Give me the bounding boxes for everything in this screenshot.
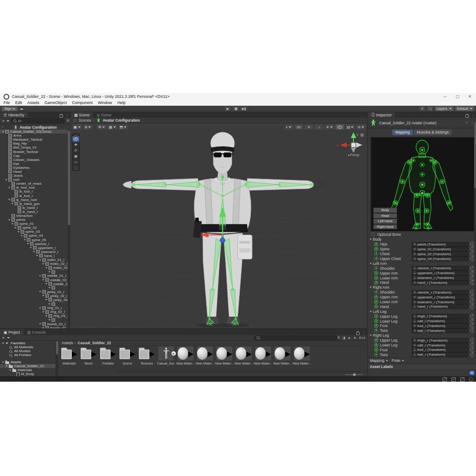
tab-muscles-settings[interactable]: Muscles & Settings xyxy=(414,130,452,135)
layers-dropdown[interactable]: Layers xyxy=(435,106,454,111)
foldout-arrow-icon[interactable] xyxy=(24,239,26,240)
favorites-filter-icon[interactable]: ★ xyxy=(353,336,357,340)
foldout-arrow-icon[interactable] xyxy=(2,342,4,344)
project-tree-row[interactable]: Materials xyxy=(0,368,56,372)
preview-play-icon[interactable]: ▶ xyxy=(72,350,77,358)
create-asset-button[interactable]: ＋ xyxy=(1,335,5,341)
effects-toggle-button[interactable]: ✦ xyxy=(325,124,334,130)
project-tree-row[interactable]: M_Body xyxy=(0,372,56,376)
more-menu-icon[interactable]: ⋮ xyxy=(471,114,475,118)
breadcrumb-scenes[interactable]: Scenes xyxy=(78,118,91,123)
project-tree-row[interactable]: All Models xyxy=(0,349,56,353)
foldout-arrow-icon[interactable] xyxy=(45,283,48,285)
hierarchy-row[interactable]: thumb_01_l xyxy=(0,322,67,326)
menu-item[interactable]: Assets xyxy=(27,100,39,105)
close-button[interactable]: ✕ xyxy=(464,93,476,100)
asset-tile[interactable]: ▶ Prefabs xyxy=(99,346,117,365)
foldout-arrow-icon[interactable] xyxy=(2,361,4,363)
bone-object-field[interactable]: thigh_r (Transform) xyxy=(412,338,469,343)
bone-section-header[interactable]: Right Leg xyxy=(368,333,476,338)
hierarchy-row[interactable]: ik_foot_root xyxy=(0,186,67,190)
tool-handle-rotation-button[interactable]: ⊕ xyxy=(83,124,93,130)
foldout-arrow-icon[interactable] xyxy=(9,369,11,371)
project-tree-row[interactable]: All Materials xyxy=(0,345,56,349)
foldout-arrow-icon[interactable] xyxy=(39,291,41,293)
body-part-button[interactable]: Head xyxy=(373,213,397,219)
console-info-muted-icon[interactable] xyxy=(443,377,447,382)
bone-object-field[interactable]: thigh_l (Transform) xyxy=(412,314,469,319)
perspective-label[interactable]: Persp xyxy=(348,153,359,157)
foldout-arrow-icon[interactable] xyxy=(42,263,45,264)
hierarchy-row[interactable]: ring_02_l xyxy=(0,310,67,314)
asset-labels-header[interactable]: Asset Labels xyxy=(368,364,476,369)
foldout-arrow-icon[interactable] xyxy=(27,243,29,245)
foldout-arrow-icon[interactable] xyxy=(18,231,20,232)
foldout-arrow-icon[interactable] xyxy=(33,251,35,253)
play-button[interactable]: ▶ xyxy=(224,106,231,111)
foldout-arrow-icon[interactable] xyxy=(48,271,51,272)
hierarchy-row[interactable]: ik_hand_l xyxy=(0,206,67,210)
pose-menu-button[interactable]: Pose xyxy=(392,358,404,363)
asset-tile[interactable]: ▶ New Mater... xyxy=(176,346,195,365)
hierarchy-row[interactable]: Braslet_Tactical xyxy=(0,149,67,153)
hierarchy-row[interactable] xyxy=(0,286,67,290)
scale-tool-button[interactable]: ▣ xyxy=(72,153,79,159)
hierarchy-row[interactable]: ik_foot_l xyxy=(0,190,67,193)
foldout-arrow-icon[interactable] xyxy=(36,255,38,257)
open-in-new-window-icon[interactable]: ⧉ xyxy=(337,335,339,340)
grid-snapping-button[interactable]: ✚ xyxy=(97,124,106,130)
hierarchy-row[interactable]: index_01_l xyxy=(0,258,67,262)
shading-mode-button[interactable]: ◐ xyxy=(284,124,293,130)
camera-settings-button[interactable]: ▤ xyxy=(346,124,355,130)
minimize-button[interactable]: ─ xyxy=(439,93,451,100)
bone-object-field[interactable]: foot_r (Transform) xyxy=(412,347,469,352)
foldout-arrow-icon[interactable] xyxy=(5,179,7,180)
menu-item[interactable]: Edit xyxy=(15,100,22,105)
asset-tile[interactable]: ▶ New Mater... xyxy=(215,346,234,365)
menu-item[interactable]: Component xyxy=(72,100,93,105)
foldout-arrow-icon[interactable] xyxy=(45,315,48,316)
preview-play-icon[interactable]: ▶ xyxy=(266,350,271,358)
asset-tile[interactable]: ▶ Scene xyxy=(118,346,137,365)
foldout-arrow-icon[interactable] xyxy=(39,307,41,309)
preview-play-icon[interactable]: ▶ xyxy=(305,350,310,358)
hierarchy-row[interactable]: clavicle_l xyxy=(0,242,67,246)
add-object-button[interactable]: ＋ xyxy=(1,118,5,124)
asset-tile[interactable]: ▶ New Mater... xyxy=(254,346,272,365)
view-tool-button[interactable] xyxy=(72,136,79,142)
asset-tile[interactable]: ▶ New Mater... xyxy=(196,346,214,365)
bone-object-field[interactable]: calf_r (Transform) xyxy=(412,343,469,348)
hierarchy-row[interactable]: ik_hand_gun xyxy=(0,202,67,206)
chevron-down-icon[interactable] xyxy=(7,120,9,122)
hierarchy-row[interactable]: Eyelashes xyxy=(0,166,67,170)
bone-object-field[interactable]: clavicle_r (Transform) xyxy=(412,290,469,295)
hierarchy-row[interactable]: spine_02 xyxy=(0,226,67,230)
hierarchy-row[interactable]: ring_03_l xyxy=(0,314,67,318)
hierarchy-row[interactable]: upperarm_l xyxy=(0,246,67,250)
thumbnail-zoom-slider[interactable] xyxy=(345,374,363,375)
foldout-arrow-icon[interactable] xyxy=(39,275,41,276)
bone-object-field[interactable]: calf_l (Transform) xyxy=(412,319,469,324)
foldout-arrow-icon[interactable] xyxy=(11,203,14,205)
asset-tile[interactable]: ▶ Textures xyxy=(138,346,156,365)
hierarchy-row[interactable]: Classic_Glasses xyxy=(0,158,67,162)
bone-object-field[interactable]: hand_l (Transform) xyxy=(412,280,469,285)
hierarchy-row[interactable]: Bag_Hip xyxy=(0,141,67,145)
preview-play-icon[interactable]: ▶ xyxy=(171,351,176,356)
asset-tile[interactable]: ▶ Mesh xyxy=(79,346,98,365)
foldout-arrow-icon[interactable] xyxy=(42,279,45,280)
more-menu-icon[interactable]: ⋮ xyxy=(470,121,474,125)
hierarchy-row[interactable] xyxy=(0,302,67,306)
maximize-button[interactable]: ▢ xyxy=(451,93,464,100)
inspector-scrollbar[interactable] xyxy=(474,122,476,356)
foldout-arrow-icon[interactable] xyxy=(39,323,41,324)
preview-play-icon[interactable]: ▶ xyxy=(246,350,252,358)
bone-object-field[interactable]: upperarm_r (Transform) xyxy=(412,295,469,300)
tab-game[interactable]: ◎ Game xyxy=(93,112,115,118)
foldout-arrow-icon[interactable] xyxy=(42,311,45,312)
hierarchy-row[interactable]: Arms xyxy=(0,134,67,138)
hierarchy-row[interactable]: middle_02_l xyxy=(0,278,67,282)
preview-play-icon[interactable]: ▶ xyxy=(91,350,97,358)
search-icon[interactable] xyxy=(427,106,433,111)
breadcrumb-assets[interactable]: Assets xyxy=(62,341,73,345)
